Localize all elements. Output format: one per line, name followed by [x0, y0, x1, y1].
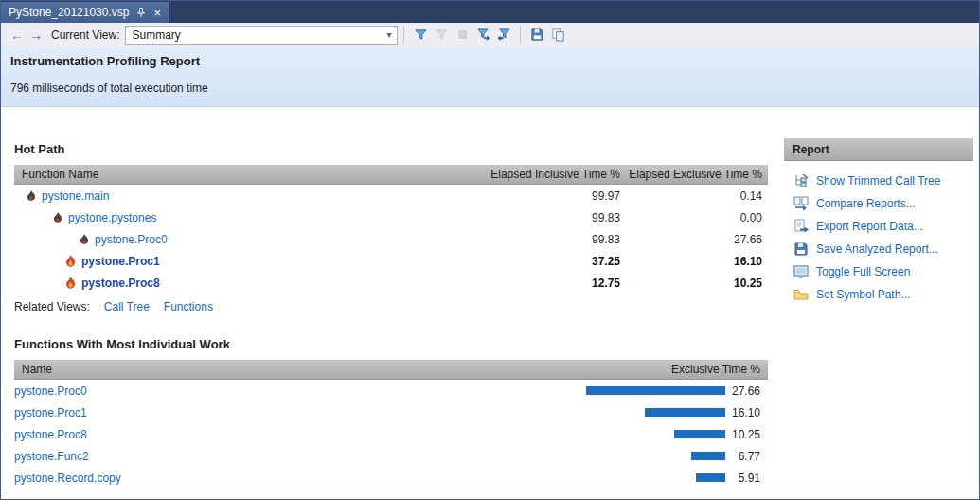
report-action-label: Export Report Data... — [816, 220, 923, 233]
exclusive-time-bar — [645, 408, 725, 417]
function-link[interactable]: pystone.Record.copy — [14, 472, 121, 485]
function-link[interactable]: pystone.Proc8 — [14, 428, 87, 441]
inclusive-time-value: 99.97 — [484, 189, 626, 203]
exclusive-time-value: 6.77 — [725, 450, 768, 463]
column-header-exclusive-time[interactable]: Elapsed Exclusive Time % — [626, 168, 768, 181]
flame-icon — [65, 277, 76, 289]
save-icon[interactable] — [526, 26, 547, 45]
function-link[interactable]: pystone.Proc0 — [95, 233, 168, 246]
report-header-band: Instrumentation Profiling Report 796 mil… — [1, 46, 979, 107]
stop-icon — [452, 26, 472, 45]
exclusive-time-bar — [674, 430, 725, 438]
exclusive-time-value: 10.25 — [725, 428, 768, 441]
function-link[interactable]: pystone.main — [42, 189, 109, 203]
export-report-data-icon — [793, 219, 809, 234]
tab-pystone-report[interactable]: PyStone_20121030.vsp × — [1, 2, 169, 23]
save-analyzed-report-icon — [793, 241, 809, 257]
column-header-inclusive-time[interactable]: Elapsed Inclusive Time % — [484, 168, 626, 181]
functions-work-title: Functions With Most Individual Work — [14, 337, 768, 351]
hot-path-marker-icon — [27, 190, 36, 202]
hot-path-title: Hot Path — [14, 142, 768, 156]
related-views: Related Views: Call Tree Functions — [14, 300, 768, 313]
function-link[interactable]: pystone.Proc0 — [14, 384, 87, 398]
filter-out-icon[interactable] — [493, 26, 514, 45]
related-views-label: Related Views: — [14, 300, 90, 313]
copy-icon[interactable] — [547, 26, 568, 45]
toggle-full-screen-icon — [793, 264, 809, 279]
report-action-label: Save Analyzed Report... — [816, 242, 938, 256]
report-action-label: Toggle Full Screen — [816, 265, 910, 278]
summary-column: Hot Path Function Name Elapsed Inclusive… — [14, 107, 768, 499]
function-link[interactable]: pystone.pystones — [68, 211, 156, 224]
exclusive-time-value: 27.66 — [626, 233, 768, 246]
inclusive-time-value: 99.83 — [484, 211, 626, 224]
trimmed-call-tree-icon — [793, 173, 809, 188]
report-action-compare-reports[interactable]: Compare Reports... — [784, 192, 973, 215]
report-action-show-trimmed-call-tree[interactable]: Show Trimmed Call Tree — [784, 170, 973, 192]
exclusive-time-value: 27.66 — [725, 384, 768, 398]
report-action-save-analyzed-report[interactable]: Save Analyzed Report... — [784, 238, 973, 260]
exclusive-time-value: 10.25 — [626, 277, 768, 290]
exclusive-time-value: 5.91 — [725, 472, 768, 485]
pin-icon[interactable] — [136, 8, 146, 18]
inclusive-time-value: 12.75 — [484, 277, 626, 290]
toolbar: ← → Current View: Summary ▾ — [1, 23, 979, 46]
filter-disabled-icon — [431, 26, 452, 45]
back-button[interactable]: ← — [8, 28, 27, 42]
inclusive-time-value: 99.83 — [484, 233, 626, 246]
exclusive-time-bar — [696, 473, 725, 482]
table-row: pystone.Proc1 37.25 16.10 — [14, 250, 768, 272]
forward-button[interactable]: → — [27, 28, 45, 42]
hot-path-marker-icon — [53, 212, 62, 223]
report-action-export-report-data[interactable]: Export Report Data... — [784, 215, 973, 238]
toolbar-separator — [520, 27, 521, 43]
exclusive-time-bar — [586, 386, 725, 395]
related-view-functions[interactable]: Functions — [164, 300, 213, 313]
current-view-label: Current View: — [51, 28, 119, 42]
report-action-set-symbol-path[interactable]: Set Symbol Path... — [784, 283, 973, 306]
report-action-label: Compare Reports... — [816, 197, 916, 210]
exclusive-time-value: 16.10 — [626, 255, 768, 268]
column-header-function-name[interactable]: Function Name — [14, 168, 484, 181]
table-row: pystone.Proc8 10.25 — [14, 423, 768, 445]
document-tab-strip: PyStone_20121030.vsp × — [1, 1, 979, 23]
toolbar-separator — [403, 27, 404, 43]
exclusive-time-value: 0.14 — [626, 189, 768, 203]
table-row: pystone.Proc0 27.66 — [14, 380, 768, 402]
filter-icon[interactable] — [410, 26, 431, 45]
report-action-label: Show Trimmed Call Tree — [816, 174, 940, 188]
exclusive-time-value: 16.10 — [725, 406, 768, 420]
exclusive-time-bar — [691, 452, 725, 460]
function-link[interactable]: pystone.Proc1 — [81, 255, 160, 268]
report-panel-header: Report — [784, 138, 973, 161]
table-row: pystone.Proc8 12.75 10.25 — [14, 272, 768, 294]
function-link[interactable]: pystone.Proc8 — [81, 277, 160, 290]
report-action-toggle-full-screen[interactable]: Toggle Full Screen — [784, 260, 973, 283]
function-link[interactable]: pystone.Func2 — [14, 450, 89, 463]
chevron-down-icon: ▾ — [386, 29, 391, 40]
function-link[interactable]: pystone.Proc1 — [14, 406, 87, 420]
table-row: pystone.Func2 6.77 — [14, 445, 768, 467]
main-content: Hot Path Function Name Elapsed Inclusive… — [1, 107, 979, 499]
table-row: pystone.Proc1 16.10 — [14, 402, 768, 423]
exclusive-time-value: 0.00 — [626, 211, 768, 224]
table-row: pystone.Record.copy 5.91 — [14, 467, 768, 489]
page-title: Instrumentation Profiling Report — [10, 54, 970, 68]
functions-work-header-row: Name Exclusive Time % — [14, 360, 768, 380]
column-header-exclusive-time[interactable]: Exclusive Time % — [581, 363, 768, 376]
hot-path-marker-icon — [80, 234, 89, 245]
filter-in-icon[interactable] — [472, 26, 493, 45]
column-header-name[interactable]: Name — [14, 363, 581, 376]
total-time-summary: 796 milliseconds of total execution time — [10, 81, 970, 95]
inclusive-time-value: 37.25 — [484, 255, 626, 268]
related-view-call-tree[interactable]: Call Tree — [104, 300, 150, 313]
view-dropdown[interactable]: Summary ▾ — [125, 26, 398, 45]
table-row: pystone.pystones 99.83 0.00 — [14, 206, 768, 228]
profiler-window: PyStone_20121030.vsp × ← → Current View:… — [0, 0, 980, 500]
flame-icon — [65, 255, 76, 267]
compare-reports-icon — [793, 196, 809, 211]
close-icon[interactable]: × — [153, 7, 161, 19]
hot-path-header-row: Function Name Elapsed Inclusive Time % E… — [14, 165, 768, 185]
set-symbol-path-icon — [793, 287, 809, 302]
tab-title: PyStone_20121030.vsp — [9, 6, 129, 19]
